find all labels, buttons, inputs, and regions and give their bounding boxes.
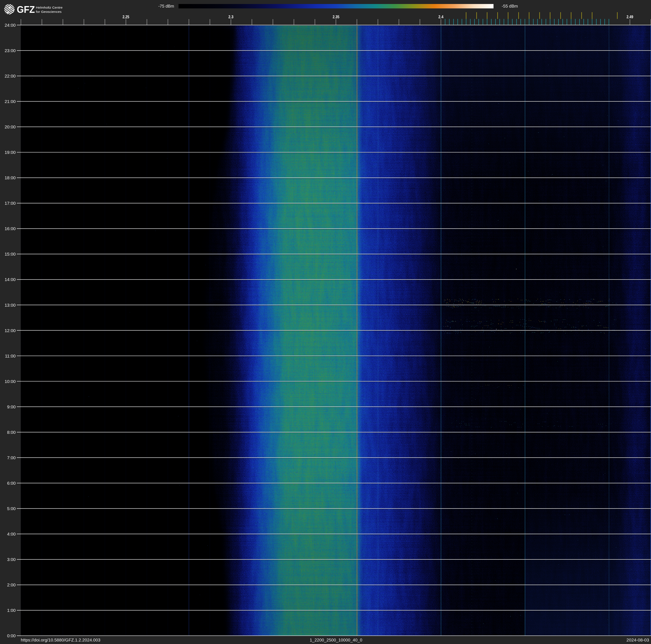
svg-text:https://doi.org/10.5880/GFZ.1.: https://doi.org/10.5880/GFZ.1.2.2024.003: [21, 638, 100, 642]
svg-text:10:00: 10:00: [5, 379, 16, 384]
svg-text:1_2200_2500_10000_40_0: 1_2200_2500_10000_40_0: [310, 638, 362, 643]
svg-text:2.49: 2.49: [627, 14, 633, 19]
svg-text:2.3: 2.3: [228, 14, 234, 19]
svg-text:2.25: 2.25: [123, 14, 129, 19]
svg-text:4:00: 4:00: [7, 531, 16, 536]
svg-text:for Geosciences: for Geosciences: [36, 10, 62, 13]
svg-text:17:00: 17:00: [5, 201, 16, 206]
svg-text:22:00: 22:00: [5, 74, 16, 79]
svg-text:GFZ: GFZ: [17, 4, 35, 15]
svg-text:21:00: 21:00: [5, 99, 16, 104]
svg-text:20:00: 20:00: [5, 124, 16, 129]
svg-text:12:00: 12:00: [5, 328, 16, 333]
svg-text:2:00: 2:00: [7, 582, 16, 587]
svg-text:Helmholtz Centre: Helmholtz Centre: [36, 6, 63, 9]
svg-text:8:00: 8:00: [7, 430, 16, 435]
svg-text:-75 dBm: -75 dBm: [158, 4, 174, 8]
svg-text:18:00: 18:00: [5, 175, 16, 180]
svg-text:23:00: 23:00: [5, 48, 16, 53]
svg-text:2024-08-03: 2024-08-03: [626, 638, 649, 642]
svg-text:2.4: 2.4: [438, 14, 444, 19]
svg-text:24:00: 24:00: [5, 23, 16, 28]
svg-text:14:00: 14:00: [5, 277, 16, 282]
svg-text:2.35: 2.35: [333, 14, 339, 19]
svg-text:0:00: 0:00: [7, 633, 16, 638]
svg-text:3:00: 3:00: [7, 557, 16, 562]
svg-text:15:00: 15:00: [5, 252, 16, 257]
svg-text:19:00: 19:00: [5, 150, 16, 155]
svg-text:16:00: 16:00: [5, 226, 16, 231]
svg-text:7:00: 7:00: [7, 455, 16, 460]
svg-text:-55 dBm: -55 dBm: [502, 4, 518, 8]
svg-text:5:00: 5:00: [7, 506, 16, 511]
svg-text:11:00: 11:00: [5, 354, 16, 358]
svg-text:1:00: 1:00: [7, 608, 16, 613]
svg-text:6:00: 6:00: [7, 481, 16, 486]
svg-text:9:00: 9:00: [7, 404, 16, 409]
svg-text:13:00: 13:00: [5, 303, 16, 308]
